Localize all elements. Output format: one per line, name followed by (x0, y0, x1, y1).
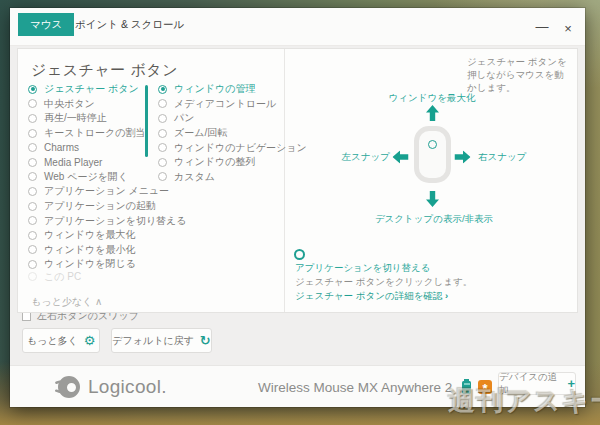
tab-point-scroll[interactable]: ポイント & スクロール (63, 13, 196, 36)
radio-option-label: ウィンドウを最大化 (44, 228, 135, 242)
radio-option-label: Charms (44, 142, 79, 153)
radio-icon (28, 260, 37, 269)
radio-option[interactable]: アプリケーション メニュー (28, 184, 146, 199)
radio-option-label: 再生/一時停止 (44, 111, 107, 125)
instruction-text: ジェスチャー ボタンを押しながらマウスを動かします。 (467, 55, 569, 94)
show-less-link[interactable]: もっと少なく ∧ (31, 295, 102, 309)
watermark-text: 週刊アスキー (448, 383, 600, 419)
logicool-wordmark: Logicool. (88, 374, 167, 400)
radio-option[interactable]: ウィンドウのナビゲーション (158, 140, 278, 155)
radio-icon (158, 172, 167, 181)
gesture-mode-list: ウィンドウの管理 メディアコントロール パン ズーム/回転 ウィンドウのナビゲー… (158, 82, 278, 184)
radio-option-label: ウィンドウを最小化 (44, 243, 135, 257)
radio-option-label: キーストロークの割当 (44, 126, 145, 140)
radio-icon (28, 272, 37, 281)
chevron-right-icon: › (445, 290, 448, 301)
close-button[interactable]: × (559, 20, 577, 38)
radio-icon (158, 158, 167, 167)
radio-option-label: ズーム/回転 (174, 126, 227, 140)
radio-option[interactable]: Charms (28, 140, 146, 155)
gesture-up-label: ウィンドウを最大化 (362, 92, 502, 105)
radio-option-label: この PC (44, 272, 81, 282)
click-action-icon (294, 249, 305, 260)
logicool-logo: Logicool. (55, 374, 167, 400)
radio-option[interactable]: アプリケーションを切り替える (28, 213, 146, 228)
radio-icon (28, 129, 37, 138)
radio-option-label: アプリケーションの起動 (44, 199, 156, 213)
radio-icon (28, 202, 37, 211)
radio-icon (28, 99, 37, 108)
radio-option-label: ウィンドウのナビゲーション (174, 141, 307, 155)
radio-icon (28, 216, 37, 225)
radio-icon (28, 172, 37, 181)
radio-option-label: アプリケーションを切り替える (44, 214, 187, 228)
radio-option[interactable]: 再生/一時停止 (28, 111, 146, 126)
radio-option-label: ウィンドウを閉じる (44, 257, 136, 271)
click-action-description: ジェスチャー ボタンをクリックします。 (295, 276, 472, 289)
radio-option[interactable]: ジェスチャー ボタン (28, 82, 146, 97)
click-action-title: アプリケーションを切り替える (295, 262, 430, 275)
radio-option[interactable]: ウィンドウを最大化 (28, 228, 146, 243)
radio-option[interactable]: ウィンドウを最小化 (28, 243, 146, 258)
gesture-details-link-text: ジェスチャー ボタンの詳細を確認 (295, 290, 442, 301)
radio-icon (28, 245, 37, 254)
radio-option[interactable]: この PC (28, 272, 146, 282)
radio-icon (28, 187, 37, 196)
arrow-left-icon (393, 151, 409, 164)
minimize-button[interactable]: — (533, 18, 551, 36)
radio-option[interactable]: Web ページを開く (28, 170, 146, 185)
device-name: Wireless Mouse MX Anywhere 2 (258, 366, 452, 408)
radio-icon (28, 114, 37, 123)
radio-option[interactable]: キーストロークの割当 (28, 126, 146, 141)
arrow-right-icon (455, 151, 471, 164)
logicool-logo-icon (55, 374, 81, 400)
mouse-illustration (414, 126, 451, 183)
panel-title: ジェスチャー ボタン (31, 61, 178, 80)
radio-icon (158, 114, 167, 123)
radio-icon (158, 85, 167, 94)
radio-icon (158, 143, 167, 152)
radio-option-label: アプリケーション メニュー (44, 184, 169, 198)
gesture-down-label: デスクトップの表示/非表示 (339, 213, 529, 226)
radio-option-label: ウィンドウの整列 (174, 155, 255, 169)
options-window: マウス ポイント & スクロール — × ジェスチャー ボタン ジェスチャー ボ… (10, 8, 585, 407)
radio-option[interactable]: カスタム (158, 170, 278, 185)
more-settings-label: もっと多く (27, 334, 78, 348)
radio-option-label: 中央ボタン (44, 97, 95, 111)
radio-option-label: カスタム (174, 170, 215, 184)
gesture-right-label: 右スナップ (478, 151, 526, 164)
radio-option[interactable]: ウィンドウの管理 (158, 82, 278, 97)
radio-option[interactable]: パン (158, 111, 278, 126)
radio-option[interactable]: Media Player (28, 155, 146, 170)
radio-option-label: Media Player (44, 157, 102, 168)
radio-option[interactable]: ズーム/回転 (158, 126, 278, 141)
tab-bar: マウス ポイント & スクロール — × (10, 8, 585, 46)
radio-icon (158, 99, 167, 108)
radio-option[interactable]: ウィンドウを閉じる (28, 257, 146, 272)
gesture-left-label: 左スナップ (298, 151, 390, 164)
radio-option[interactable]: アプリケーションの起動 (28, 199, 146, 214)
radio-option-label: パン (174, 111, 194, 125)
radio-icon (28, 158, 37, 167)
radio-option[interactable]: ウィンドウの整列 (158, 155, 278, 170)
arrow-down-icon (426, 191, 439, 207)
gesture-details-link[interactable]: ジェスチャー ボタンの詳細を確認 › (295, 290, 448, 303)
radio-option[interactable]: 中央ボタン (28, 97, 146, 112)
panel-divider (284, 49, 285, 312)
arrow-up-icon (426, 105, 439, 121)
reset-icon: ↻ (200, 334, 211, 347)
radio-icon (28, 85, 37, 94)
restore-defaults-button[interactable]: デフォルトに戻す ↻ (111, 328, 212, 353)
more-settings-button[interactable]: もっと多く ⚙ (22, 328, 100, 353)
gesture-settings-card: ジェスチャー ボタン ジェスチャー ボタン 中央ボタン 再生/一時停止 キースト… (17, 48, 578, 313)
list-scrollbar-thumb[interactable] (145, 85, 148, 157)
gesture-action-list: ジェスチャー ボタン 中央ボタン 再生/一時停止 キーストロークの割当 Char… (28, 82, 146, 282)
radio-option-label: ウィンドウの管理 (174, 82, 255, 96)
radio-option-label: Web ページを開く (44, 170, 128, 184)
radio-icon (28, 231, 37, 240)
radio-option[interactable]: メディアコントロール (158, 97, 278, 112)
radio-option-label: メディアコントロール (174, 97, 276, 111)
radio-icon (158, 129, 167, 138)
restore-defaults-label: デフォルトに戻す (112, 334, 194, 348)
radio-option-label: ジェスチャー ボタン (44, 82, 139, 96)
